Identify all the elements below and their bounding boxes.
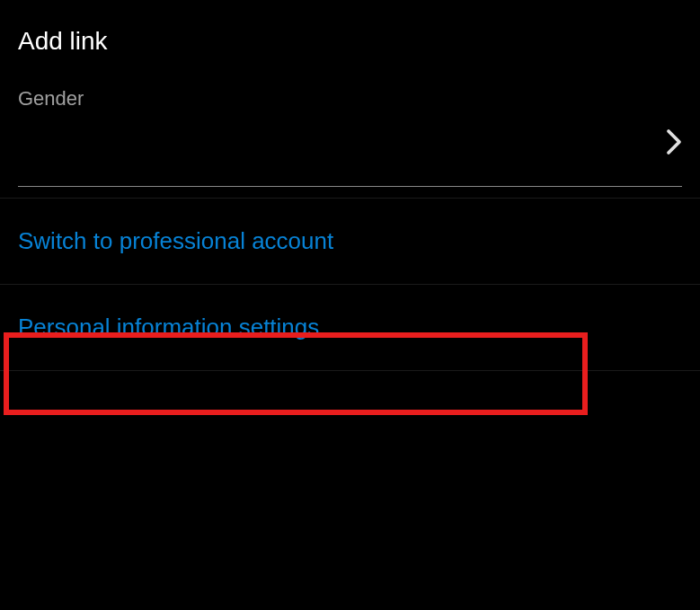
gender-section[interactable]: Gender (0, 65, 700, 187)
personal-info-label: Personal information settings (18, 314, 319, 340)
gender-row[interactable] (18, 128, 682, 187)
add-link-label: Add link (18, 27, 108, 55)
divider (0, 198, 700, 199)
switch-professional-account-row[interactable]: Switch to professional account (0, 209, 700, 273)
chevron-right-icon (666, 128, 682, 159)
divider (0, 284, 700, 285)
divider (0, 370, 700, 371)
personal-information-settings-row[interactable]: Personal information settings (0, 296, 700, 359)
switch-professional-label: Switch to professional account (18, 227, 333, 254)
gender-field-label: Gender (18, 87, 682, 111)
add-link-row[interactable]: Add link (0, 0, 700, 65)
